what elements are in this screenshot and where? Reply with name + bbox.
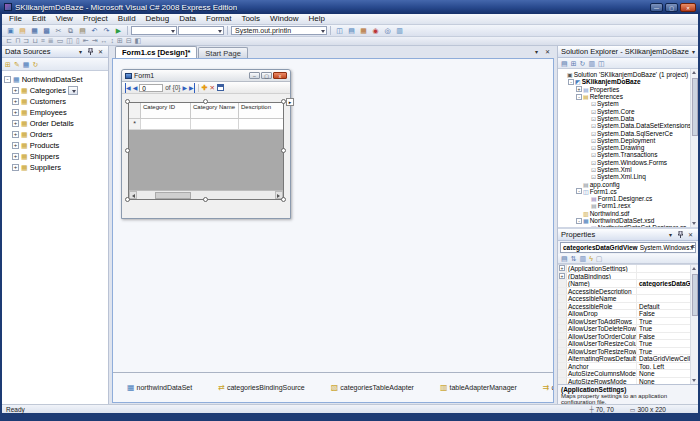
tree-item[interactable]: + ▦ Products — [2, 140, 108, 151]
maximize-button[interactable]: ▢ — [665, 3, 678, 12]
categories-datagridview[interactable]: Category IDCategory NameDescription * — [128, 102, 284, 200]
selection-handle[interactable] — [203, 197, 208, 202]
tray-component[interactable]: ⇉ categoriesBindingNavigator — [543, 383, 554, 392]
expand-gizmo[interactable]: - — [576, 218, 582, 224]
row-header-corner[interactable] — [129, 103, 141, 119]
pin-icon[interactable] — [86, 47, 95, 56]
expand-gizmo[interactable]: + — [12, 164, 19, 171]
property-row[interactable]: AutoSizeColumnsMode None — [558, 370, 690, 378]
form-client-area[interactable]: Category IDCategory NameDescription * — [122, 94, 290, 218]
refresh-icon[interactable]: ↻ — [580, 59, 586, 68]
move-previous-button[interactable]: ◀ — [133, 83, 138, 93]
expand-gizmo[interactable]: - — [576, 94, 582, 100]
tray-component[interactable]: ▦ northwindDataSet — [127, 383, 192, 392]
view-designer-icon[interactable]: ◫ — [598, 59, 605, 68]
menu-item[interactable]: Edit — [27, 14, 51, 24]
tree-item[interactable]: + ▦ Customers — [2, 96, 108, 107]
property-pages-icon[interactable]: ▢ — [596, 254, 603, 263]
align-rights-icon[interactable]: ⊐ — [23, 37, 29, 45]
selection-handle[interactable] — [281, 148, 286, 153]
property-value[interactable]: Top, Left — [637, 363, 690, 370]
send-to-back-icon[interactable]: ⊟ — [126, 37, 132, 45]
menu-item[interactable]: Window — [265, 14, 303, 24]
window-position-icon[interactable]: ▾ — [689, 47, 698, 56]
scroll-thumb[interactable] — [692, 274, 698, 316]
configuration-combobox[interactable] — [131, 26, 177, 35]
property-value[interactable] — [637, 288, 690, 295]
property-row[interactable]: + (ApplicationSettings) — [558, 265, 690, 273]
vertical-spacing-icon[interactable]: ⇥ — [92, 37, 98, 45]
menu-item[interactable]: Data — [174, 14, 201, 24]
tree-item[interactable]: - ◫ Form1.cs — [558, 188, 690, 195]
tree-item[interactable]: - ▦ NorthwindDataSet.xsd — [558, 217, 690, 224]
horizontal-spacing-icon[interactable]: ⇤ — [83, 37, 89, 45]
make-same-width-icon[interactable]: ▭ — [57, 37, 64, 45]
property-value[interactable]: False — [637, 333, 690, 340]
edit-dataset-icon[interactable]: ✎ — [14, 60, 20, 69]
grid-column-header[interactable]: Description — [239, 103, 284, 119]
start-debugging-icon[interactable]: ▶ — [113, 26, 124, 36]
tree-item[interactable]: ⊡ System.Data.SqlServerCe — [558, 129, 690, 136]
tree-item[interactable]: ⊡ System.Windows.Forms — [558, 159, 690, 166]
property-row[interactable]: Anchor Top, Left — [558, 363, 690, 371]
show-all-files-icon[interactable]: ⊞ — [571, 59, 577, 68]
tray-component[interactable]: ▧ categoriesTableAdapter — [331, 383, 414, 392]
position-textbox[interactable]: 0 — [139, 84, 163, 92]
close-document-icon[interactable]: ✕ — [543, 47, 552, 56]
undo-icon[interactable]: ↶ — [89, 26, 100, 36]
expand-gizmo[interactable]: + — [12, 142, 19, 149]
align-bottoms-icon[interactable]: ≣ — [48, 37, 54, 45]
configure-dataset-icon[interactable]: ▦ — [23, 60, 30, 69]
property-value[interactable]: True — [637, 348, 690, 355]
scroll-thumb[interactable] — [692, 78, 698, 136]
tree-item[interactable]: ⊡ System.Xml — [558, 166, 690, 173]
menu-item[interactable]: Help — [304, 14, 330, 24]
property-row[interactable]: AllowDrop False — [558, 310, 690, 318]
design-canvas[interactable]: Form1 – ▢ x ◀ ◀ 0 — [113, 59, 553, 372]
property-value[interactable]: True — [637, 340, 690, 347]
property-row[interactable]: + (DataBindings) — [558, 273, 690, 281]
copy-icon[interactable]: ⧉ — [65, 26, 76, 36]
scroll-up-arrow[interactable] — [691, 265, 699, 272]
property-row[interactable]: AccessibleDescription — [558, 288, 690, 296]
add-new-item-icon[interactable]: ▣ — [5, 26, 16, 36]
properties-window-icon[interactable]: ▤ — [346, 26, 357, 36]
solution-explorer-icon[interactable]: ◫ — [334, 26, 345, 36]
solution-tree-scrollbar[interactable] — [690, 69, 698, 227]
menu-item[interactable]: Build — [113, 14, 141, 24]
tree-item[interactable]: ⊡ System.Transactions — [558, 151, 690, 158]
property-row[interactable]: AllowUserToOrderColumns False — [558, 333, 690, 341]
grid-cell[interactable] — [191, 119, 239, 130]
tree-item[interactable]: + ▦ Shippers — [2, 151, 108, 162]
tab-order-icon[interactable]: ◧ — [135, 37, 142, 45]
expand-gizmo[interactable]: - — [576, 188, 582, 194]
refresh-icon[interactable]: ↻ — [32, 60, 38, 69]
property-value[interactable]: categoriesDataGridView — [637, 280, 690, 287]
property-value[interactable] — [637, 295, 690, 302]
selection-handle[interactable] — [125, 148, 130, 153]
alphabetical-icon[interactable]: ⇅ — [571, 254, 577, 263]
property-value[interactable]: False — [637, 310, 690, 317]
tree-item[interactable]: ▤ NorthwindDataSet.Designer.cs — [558, 224, 690, 227]
properties-icon[interactable]: ▤ — [561, 59, 568, 68]
align-middles-icon[interactable]: ≡ — [41, 37, 45, 45]
menu-item[interactable]: File — [4, 14, 27, 24]
make-same-height-icon[interactable]: ▯ — [76, 37, 80, 45]
property-value[interactable] — [637, 265, 690, 272]
property-row[interactable]: AllowUserToAddRows True — [558, 318, 690, 326]
view-code-icon[interactable]: ▥ — [588, 59, 595, 68]
property-row[interactable]: AccessibleRole Default — [558, 303, 690, 311]
grid-column-header[interactable]: Category Name — [191, 103, 239, 119]
platform-combobox[interactable] — [178, 26, 224, 35]
move-first-button[interactable]: ◀ — [125, 83, 131, 93]
tray-component[interactable]: ▥ tableAdapterManager — [440, 383, 517, 392]
tree-item[interactable]: ▤ Form1.resx — [558, 202, 690, 209]
menu-item[interactable]: Debug — [141, 14, 175, 24]
property-row[interactable]: AllowUserToDeleteRows True — [558, 325, 690, 333]
property-value[interactable]: True — [637, 325, 690, 332]
property-row[interactable]: AccessibleName — [558, 295, 690, 303]
expand-gizmo[interactable]: + — [12, 109, 19, 116]
close-icon[interactable]: ✕ — [686, 230, 695, 239]
selection-handle[interactable] — [203, 99, 208, 104]
window-position-icon[interactable]: ▾ — [76, 47, 85, 56]
